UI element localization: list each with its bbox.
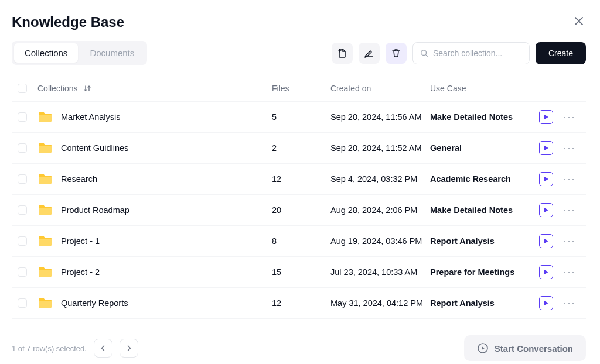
row-checkbox[interactable] <box>18 205 27 215</box>
delete-button[interactable] <box>386 43 407 64</box>
more-menu-button[interactable]: ··· <box>559 297 580 310</box>
chevron-left-icon <box>100 345 107 352</box>
column-created-on: Created on <box>330 84 430 93</box>
file-plus-icon <box>337 48 347 59</box>
files-count: 5 <box>272 112 330 122</box>
table-row[interactable]: Product Roadmap20Aug 28, 2024, 2:06 PMMa… <box>12 195 586 226</box>
table-row[interactable]: Research12Sep 4, 2024, 03:32 PMAcademic … <box>12 164 586 195</box>
row-checkbox[interactable] <box>18 143 27 153</box>
files-count: 12 <box>272 298 330 308</box>
use-case: Report Analysis <box>430 298 533 308</box>
folder-icon <box>38 204 53 217</box>
use-case: Prepare for Meetings <box>430 267 533 277</box>
collection-name: Project - 2 <box>61 267 100 277</box>
collection-name: Project - 1 <box>61 236 100 246</box>
row-checkbox[interactable] <box>18 174 27 184</box>
column-files: Files <box>272 84 330 93</box>
play-button[interactable] <box>539 141 553 155</box>
search-icon <box>420 49 428 58</box>
tabs: Collections Documents <box>12 41 147 65</box>
folder-icon <box>38 111 53 123</box>
files-count: 20 <box>272 205 330 215</box>
folder-icon <box>38 235 53 248</box>
row-checkbox[interactable] <box>18 112 27 122</box>
page-title: Knowledge Base <box>12 14 124 30</box>
folder-icon <box>38 142 53 154</box>
row-checkbox[interactable] <box>18 267 27 277</box>
pencil-icon <box>364 48 374 59</box>
selection-status: 1 of 7 row(s) selected. <box>12 344 87 353</box>
collection-name: Quarterly Reports <box>61 298 128 308</box>
next-page-button[interactable] <box>120 339 138 358</box>
created-on: Aug 28, 2024, 2:06 PM <box>330 205 430 215</box>
play-button[interactable] <box>539 234 553 248</box>
more-menu-button[interactable]: ··· <box>559 266 580 279</box>
use-case: General <box>430 143 533 153</box>
folder-icon <box>38 173 53 186</box>
play-button[interactable] <box>539 110 553 124</box>
prev-page-button[interactable] <box>94 339 112 358</box>
close-button[interactable] <box>572 14 586 28</box>
start-conversation-label: Start Conversation <box>495 344 573 353</box>
table-row[interactable]: Quarterly Reports12May 31, 2024, 04:12 P… <box>12 288 586 319</box>
more-menu-button[interactable]: ··· <box>559 173 580 186</box>
created-on: Jul 23, 2024, 10:33 AM <box>330 267 430 277</box>
column-collections[interactable]: Collections <box>38 84 77 93</box>
select-all-checkbox[interactable] <box>18 84 27 93</box>
play-button[interactable] <box>539 203 553 217</box>
use-case: Make Detailed Notes <box>430 112 533 122</box>
more-menu-button[interactable]: ··· <box>559 204 580 217</box>
chevron-right-icon <box>125 345 132 352</box>
close-icon <box>574 16 584 26</box>
files-count: 15 <box>272 267 330 277</box>
more-menu-button[interactable]: ··· <box>559 142 580 154</box>
created-on: Sep 20, 2024, 11:56 AM <box>330 112 430 122</box>
tab-documents[interactable]: Documents <box>79 43 145 63</box>
play-button[interactable] <box>539 172 553 186</box>
use-case: Academic Research <box>430 174 533 184</box>
created-on: Aug 19, 2024, 03:46 PM <box>330 236 430 246</box>
table-row[interactable]: Market Analysis5Sep 20, 2024, 11:56 AMMa… <box>12 102 586 133</box>
folder-icon <box>38 266 53 279</box>
tab-collections[interactable]: Collections <box>14 43 78 63</box>
sort-icon[interactable] <box>83 84 91 92</box>
table-row[interactable]: Project - 18Aug 19, 2024, 03:46 PMReport… <box>12 226 586 257</box>
create-button[interactable]: Create <box>536 42 586 64</box>
created-on: Sep 4, 2024, 03:32 PM <box>330 174 430 184</box>
use-case: Report Analysis <box>430 236 533 246</box>
start-conversation-button[interactable]: Start Conversation <box>464 335 586 361</box>
folder-icon <box>38 297 53 310</box>
play-button[interactable] <box>539 296 553 310</box>
row-checkbox[interactable] <box>18 298 27 308</box>
files-count: 12 <box>272 174 330 184</box>
created-on: Sep 20, 2024, 11:52 AM <box>330 143 430 153</box>
more-menu-button[interactable]: ··· <box>559 111 580 123</box>
column-use-case: Use Case <box>430 84 533 93</box>
collections-table: Collections Files Created on Use Case Ma… <box>12 79 586 319</box>
play-button[interactable] <box>539 265 553 279</box>
play-circle-icon <box>477 342 489 354</box>
table-row[interactable]: Content Guidlines2Sep 20, 2024, 11:52 AM… <box>12 133 586 164</box>
search-input[interactable] <box>433 49 522 58</box>
collection-name: Content Guidlines <box>61 143 128 153</box>
files-count: 8 <box>272 236 330 246</box>
search-input-wrapper[interactable] <box>412 42 530 64</box>
collection-name: Market Analysis <box>61 112 121 122</box>
use-case: Make Detailed Notes <box>430 205 533 215</box>
trash-icon <box>391 48 401 59</box>
table-row[interactable]: Project - 215Jul 23, 2024, 10:33 AMPrepa… <box>12 257 586 288</box>
collection-name: Research <box>61 174 97 184</box>
more-menu-button[interactable]: ··· <box>559 235 580 248</box>
edit-button[interactable] <box>359 43 380 64</box>
files-count: 2 <box>272 143 330 153</box>
add-document-button[interactable] <box>332 43 353 64</box>
collection-name: Product Roadmap <box>61 205 129 215</box>
row-checkbox[interactable] <box>18 236 27 246</box>
created-on: May 31, 2024, 04:12 PM <box>330 298 430 308</box>
